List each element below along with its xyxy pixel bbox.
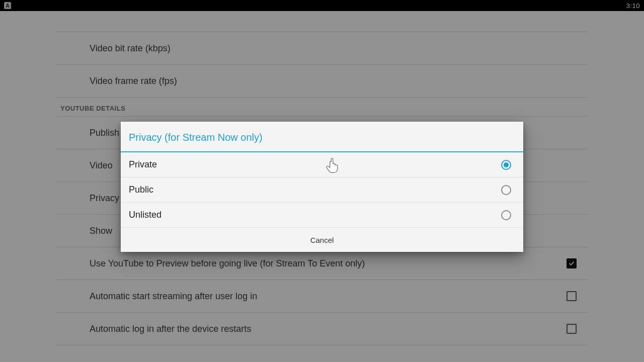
option-label: Public (129, 185, 153, 195)
privacy-option-public[interactable]: Public (121, 177, 523, 203)
privacy-dialog: Privacy (for Stream Now only) Private Pu… (121, 122, 523, 252)
cancel-button[interactable]: Cancel (300, 231, 344, 249)
privacy-option-private[interactable]: Private (121, 152, 523, 177)
dialog-title: Privacy (for Stream Now only) (121, 122, 523, 152)
dialog-actions: Cancel (121, 228, 523, 252)
radio-private[interactable] (501, 160, 511, 170)
option-label: Private (129, 159, 157, 170)
radio-public[interactable] (501, 185, 511, 195)
option-label: Unlisted (129, 210, 162, 220)
radio-unlisted[interactable] (501, 210, 511, 220)
privacy-option-unlisted[interactable]: Unlisted (121, 203, 523, 228)
